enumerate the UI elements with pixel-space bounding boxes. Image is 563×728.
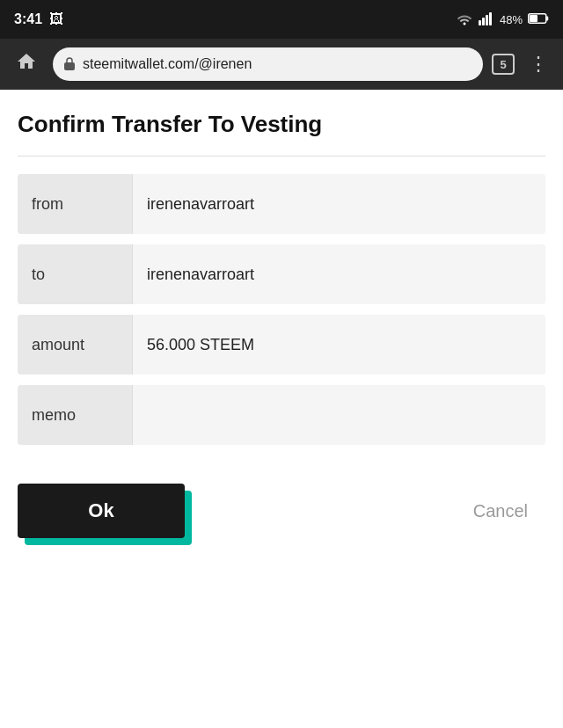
memo-row: memo: [18, 385, 545, 445]
svg-rect-5: [546, 16, 549, 20]
browser-bar: steemitwallet.com/@irenen 5 ⋮: [0, 39, 563, 90]
memo-value: [132, 385, 545, 445]
status-time: 3:41: [14, 11, 42, 27]
lock-icon: [63, 56, 76, 73]
ok-button-wrap: Ok: [18, 484, 185, 538]
amount-row: amount 56.000 STEEM: [18, 315, 545, 375]
cancel-button[interactable]: Cancel: [456, 492, 545, 530]
svg-rect-2: [486, 15, 488, 25]
page-title: Confirm Transfer To Vesting: [18, 111, 545, 138]
url-text: steemitwallet.com/@irenen: [83, 56, 252, 72]
wifi-icon: [456, 11, 473, 28]
to-row: to irenenavarroart: [18, 244, 545, 304]
svg-rect-6: [530, 15, 537, 22]
from-label: from: [18, 174, 132, 234]
home-icon[interactable]: [9, 47, 44, 81]
title-divider: [18, 156, 545, 157]
svg-rect-7: [64, 62, 75, 70]
ok-button[interactable]: Ok: [18, 484, 185, 538]
address-bar[interactable]: steemitwallet.com/@irenen: [53, 47, 483, 81]
page-content: Confirm Transfer To Vesting from irenena…: [0, 90, 563, 564]
status-bar: 3:41 🖼 48%: [0, 0, 563, 39]
to-label: to: [18, 244, 132, 304]
button-row: Ok Cancel: [18, 466, 545, 547]
memo-label: memo: [18, 385, 132, 445]
amount-value: 56.000 STEEM: [132, 315, 545, 375]
amount-label: amount: [18, 315, 132, 375]
battery-status: 48%: [500, 13, 523, 26]
svg-rect-3: [489, 12, 492, 25]
from-value: irenenavarroart: [132, 174, 545, 234]
tab-count-badge[interactable]: 5: [492, 54, 515, 75]
signal-icon: [479, 11, 494, 28]
svg-rect-1: [482, 18, 485, 25]
browser-menu-icon[interactable]: ⋮: [523, 49, 554, 79]
svg-rect-0: [479, 20, 481, 25]
from-row: from irenenavarroart: [18, 174, 545, 234]
battery-icon: [528, 12, 549, 27]
image-icon: 🖼: [49, 11, 63, 27]
to-value: irenenavarroart: [132, 244, 545, 304]
transfer-form: from irenenavarroart to irenenavarroart …: [18, 174, 545, 445]
